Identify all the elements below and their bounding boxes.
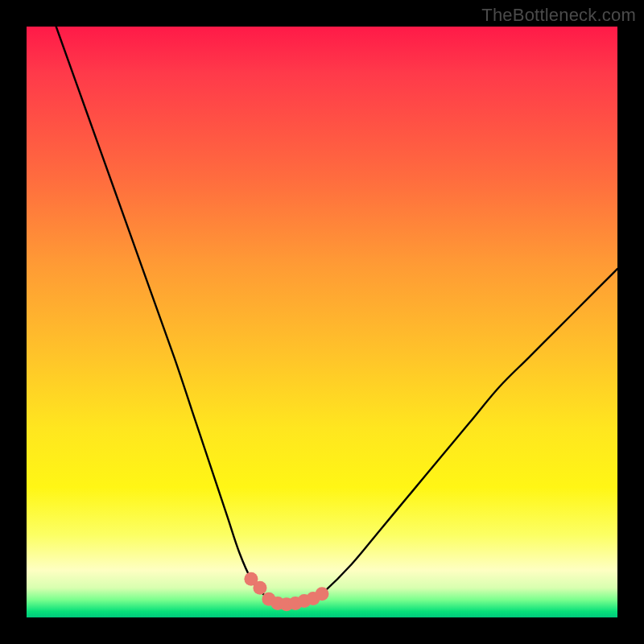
marker-dot — [316, 587, 329, 601]
highlighted-range-markers — [244, 572, 328, 612]
plot-area — [27, 27, 617, 617]
bottleneck-curve — [56, 27, 617, 605]
watermark-text: TheBottleneck.com — [481, 5, 636, 26]
bottleneck-curve-svg — [27, 27, 617, 617]
marker-dot — [253, 581, 266, 595]
chart-frame: TheBottleneck.com — [0, 0, 644, 644]
